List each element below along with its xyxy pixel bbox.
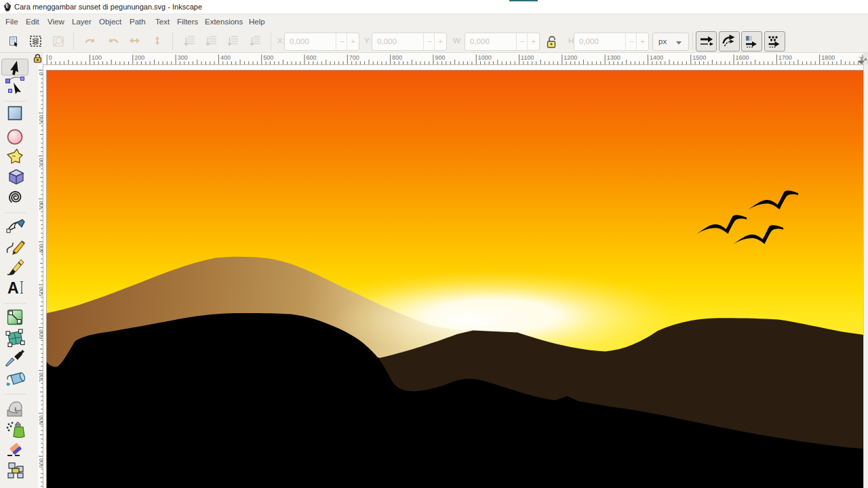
svg-text:300: 300	[177, 54, 187, 61]
svg-text:100: 100	[92, 54, 102, 61]
svg-text:1600: 1600	[735, 54, 749, 61]
svg-text:500: 500	[263, 54, 273, 61]
svg-text:0: 0	[48, 54, 52, 61]
svg-text:1500: 1500	[692, 54, 706, 61]
svg-text:1800: 1800	[821, 54, 835, 61]
svg-text:A: A	[7, 279, 19, 297]
svg-text:400: 400	[220, 54, 230, 61]
svg-text:1000: 1000	[477, 54, 491, 61]
svg-text:900: 900	[435, 54, 445, 61]
svg-text:1700: 1700	[778, 54, 791, 61]
svg-text:1100: 1100	[521, 54, 534, 61]
svg-text:1300: 1300	[606, 54, 620, 61]
svg-text:700: 700	[349, 54, 359, 61]
svg-text:1400: 1400	[649, 54, 663, 61]
svg-text:1200: 1200	[564, 54, 577, 61]
svg-text:600: 600	[306, 54, 316, 61]
svg-text:200: 200	[134, 54, 144, 61]
svg-text:800: 800	[392, 54, 402, 61]
